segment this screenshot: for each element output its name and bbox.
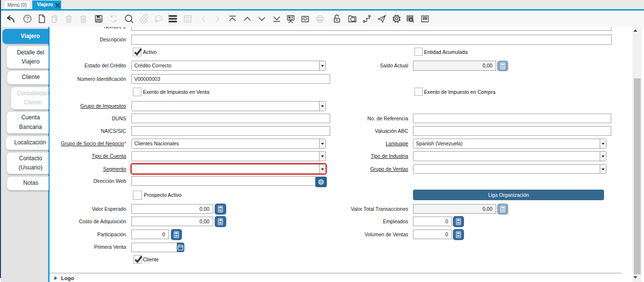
svg-text:?: ? xyxy=(26,16,28,22)
svg-text:31: 31 xyxy=(185,18,189,22)
